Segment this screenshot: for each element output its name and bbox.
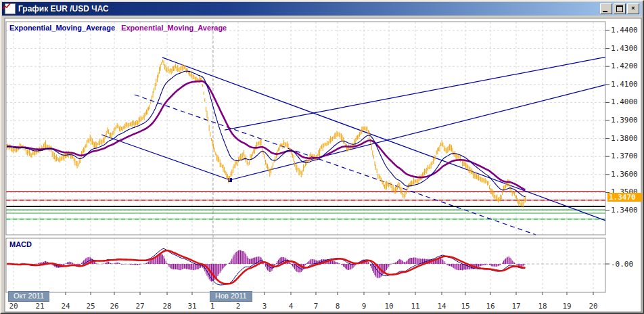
title-bar[interactable]: График EUR /USD ЧАС × (2, 2, 642, 16)
maximize-button[interactable] (614, 3, 626, 14)
app-chart-icon (5, 3, 16, 14)
close-button[interactable]: × (627, 3, 639, 14)
chart-canvas[interactable] (1, 1, 644, 314)
minimize-button[interactable] (600, 3, 612, 14)
chart-client-area (5, 18, 641, 312)
chart-window: Exponential_Moving_Average Exponential_M… (0, 0, 644, 314)
window-title: График EUR /USD ЧАС (18, 4, 109, 14)
minimize-icon (603, 11, 607, 12)
window-controls: × (600, 3, 641, 14)
close-icon: × (631, 5, 635, 12)
maximize-icon (616, 5, 623, 12)
